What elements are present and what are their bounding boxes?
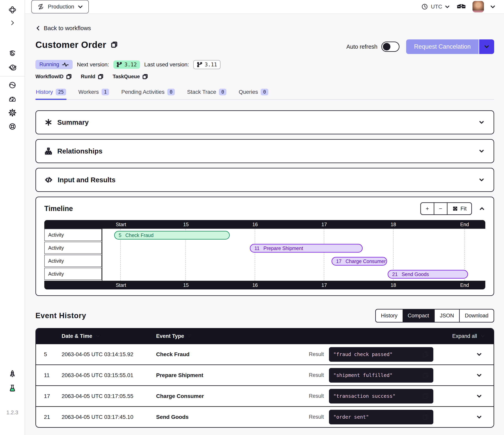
copy-workflow-name-icon[interactable] xyxy=(111,41,118,48)
panel-input-and-results[interactable]: Input and Results xyxy=(36,168,494,192)
copy-result-icon[interactable] xyxy=(422,351,429,358)
timeline-title: Timeline xyxy=(44,204,73,213)
event-history-row: 21 2063-04-05 UTC 03:17:45.10 Send Goods… xyxy=(36,406,494,427)
sidebar-item-support[interactable] xyxy=(8,122,17,131)
view-option-compact[interactable]: Compact xyxy=(403,309,434,322)
gantt-bar-send-goods[interactable]: 21Send Goods xyxy=(388,270,468,278)
copy-result-icon[interactable] xyxy=(422,414,429,420)
chevron-down-icon[interactable] xyxy=(478,119,485,126)
tab-count-badge: 25 xyxy=(56,89,66,95)
chevron-down-icon xyxy=(476,414,483,420)
tab-label: Stack Trace xyxy=(187,89,216,95)
namespace-selector[interactable]: Production xyxy=(31,0,89,13)
cancelation-menu-button[interactable] xyxy=(479,39,494,54)
timeline-axis-tick: 18 xyxy=(391,222,396,227)
tab-history[interactable]: History 25 xyxy=(36,88,67,99)
clock-icon xyxy=(421,3,428,10)
sidebar-item-schedules[interactable] xyxy=(8,63,17,72)
gantt-row-labels: ActivityActivityActivityActivity xyxy=(44,229,102,281)
tab-queries[interactable]: Queries 0 xyxy=(238,88,269,99)
temporal-logo-icon[interactable] xyxy=(8,5,17,15)
expand-row-button[interactable] xyxy=(433,351,486,358)
gantt-bar-event-id: 17 xyxy=(336,259,342,264)
copy-icon[interactable] xyxy=(98,74,104,80)
timeline-axis-tick: 17 xyxy=(322,222,327,227)
timeline-axis-tick: 17 xyxy=(322,282,327,288)
gantt-row-label: Activity xyxy=(44,242,102,254)
gantt-bar-charge-consumer[interactable]: 17Charge Consumer xyxy=(332,257,387,266)
gantt-bar-check-fraud[interactable]: 5Check Fraud xyxy=(114,231,230,240)
namespace-icon xyxy=(37,3,45,11)
gantt-axis-top: Start15161718End xyxy=(44,220,485,229)
sidebar-item-usage[interactable] xyxy=(8,94,17,104)
event-result-pill: "fraud check passed" xyxy=(329,347,433,362)
expand-row-button[interactable] xyxy=(433,414,486,420)
column-date-time[interactable]: Date & Time xyxy=(62,333,156,339)
chevron-down-icon[interactable] xyxy=(478,148,485,155)
feedback-glasses-icon[interactable] xyxy=(456,3,467,11)
zoom-out-button[interactable]: − xyxy=(434,203,447,214)
event-history-row: 17 2063-04-05 UTC 03:17:05.55 Charge Con… xyxy=(36,385,494,406)
event-id: 21 xyxy=(44,414,62,420)
gantt-axis-bottom: Start15161718End xyxy=(44,281,485,289)
sidebar: 1.2.3 xyxy=(0,0,25,435)
zoom-in-button[interactable]: + xyxy=(421,203,433,214)
auto-refresh-label: Auto refresh xyxy=(346,44,378,50)
gantt-bar-prepare-shipment[interactable]: 11Prepare Shipment xyxy=(250,244,363,253)
expand-row-button[interactable] xyxy=(433,393,486,399)
collapsible-panels: Summary Relationships Input and Results xyxy=(36,110,494,192)
back-to-workflows-link[interactable]: Back to workflows xyxy=(36,25,91,31)
tab-workers[interactable]: Workers 1 xyxy=(78,88,109,99)
expand-sidebar-icon[interactable] xyxy=(8,18,17,28)
workflow-id-button-workflowid[interactable]: WorkflowID xyxy=(36,74,72,80)
copy-result-icon[interactable] xyxy=(422,372,429,379)
timezone-label: UTC xyxy=(431,4,442,10)
panel-summary[interactable]: Summary xyxy=(36,110,494,134)
tab-pending-activities[interactable]: Pending Activities 0 xyxy=(121,88,175,99)
labs-flask-icon[interactable] xyxy=(8,383,17,393)
sidebar-item-workflows[interactable] xyxy=(8,49,17,58)
app-root: 1.2.3 Production UTC xyxy=(0,0,504,435)
expand-all-label: Expand all xyxy=(452,333,477,339)
tab-stack-trace[interactable]: Stack Trace 0 xyxy=(187,88,227,99)
date-time-header-label: Date & Time xyxy=(62,333,92,339)
view-option-history[interactable]: History xyxy=(376,309,403,322)
request-cancelation-button[interactable]: Request Cancelation xyxy=(406,39,479,54)
expand-row-button[interactable] xyxy=(433,372,486,379)
timeline-axis-tick: 15 xyxy=(183,282,189,288)
fit-button[interactable]: Fit xyxy=(447,203,471,214)
workflow-id-button-taskqueue[interactable]: TaskQueue xyxy=(113,74,148,80)
collapse-timeline-chevron-icon[interactable] xyxy=(479,205,485,212)
chevron-left-icon xyxy=(36,25,41,31)
event-result-label: Result xyxy=(309,351,324,357)
panel-relationships[interactable]: Relationships xyxy=(36,139,494,163)
event-result-value: "fraud check passed" xyxy=(333,352,393,357)
user-menu-chevron-icon[interactable] xyxy=(490,4,496,10)
sidebar-item-namespaces[interactable] xyxy=(8,80,17,90)
view-option-download[interactable]: Download xyxy=(459,309,494,322)
chevron-down-icon[interactable] xyxy=(478,176,485,183)
copy-icon[interactable] xyxy=(66,74,72,80)
view-option-json[interactable]: JSON xyxy=(434,309,459,322)
event-result-value: "order sent" xyxy=(333,414,369,420)
copy-result-icon[interactable] xyxy=(422,393,429,399)
timezone-selector[interactable]: UTC xyxy=(421,3,450,10)
column-event-type[interactable]: Event Type xyxy=(156,333,452,339)
git-branch-icon xyxy=(197,62,202,67)
gantt-bar-event-id: 5 xyxy=(119,232,121,238)
copy-icon[interactable] xyxy=(142,74,148,80)
event-type: Charge Consumer xyxy=(156,393,309,399)
event-history-title: Event History xyxy=(36,312,86,320)
tab-label: Workers xyxy=(78,89,99,95)
user-avatar[interactable] xyxy=(472,1,484,12)
expand-all-button[interactable]: Expand all xyxy=(452,333,486,339)
sidebar-item-settings[interactable] xyxy=(8,108,17,117)
auto-refresh-toggle[interactable] xyxy=(381,42,399,52)
filter-icon xyxy=(187,333,192,339)
event-type: Check Fraud xyxy=(156,351,309,358)
status-badge: Running xyxy=(36,60,73,69)
last-version-badge: 3.11 xyxy=(193,60,221,69)
code-icon xyxy=(45,176,53,184)
workflow-id-button-runid[interactable]: RunId xyxy=(81,74,104,80)
whats-new-rocket-icon[interactable] xyxy=(8,369,17,379)
